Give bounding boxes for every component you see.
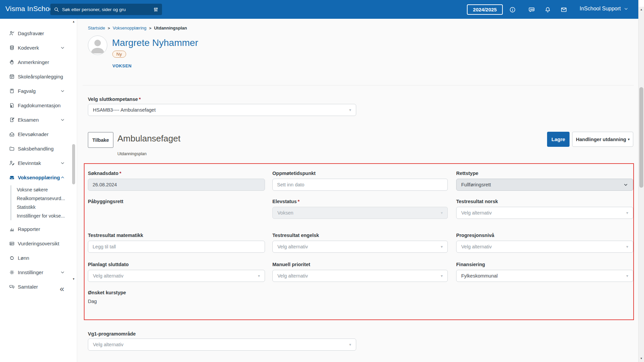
soknadsdato-input bbox=[88, 179, 265, 191]
sidebar-item-anmerkninger[interactable]: Anmerkninger bbox=[0, 55, 77, 69]
sidebar-item-fagdokumentasjon[interactable]: Fagdokumentasjon bbox=[0, 98, 77, 113]
sidebar-item-elevinntak[interactable]: Elevinntak bbox=[0, 156, 77, 170]
dropdown-caret-icon: ▾ bbox=[441, 274, 443, 278]
testresultat-matematikk-input[interactable] bbox=[88, 241, 265, 253]
global-search[interactable]: Søk etter personer, sider og gru bbox=[50, 4, 162, 15]
sidebar-subitem-innstillinger-voksne[interactable]: Innstillinger for vokse... bbox=[17, 212, 77, 220]
notifications-button[interactable] bbox=[543, 5, 552, 14]
dropdown-caret-icon: ▾ bbox=[349, 108, 351, 112]
folder-icon bbox=[9, 146, 15, 152]
manuell-prioritet-select[interactable]: Velg alternativ ▾ bbox=[272, 270, 448, 282]
sidebar-item-elevsoknader[interactable]: Elevsøknader bbox=[0, 127, 77, 141]
status-badge: Ny bbox=[112, 51, 126, 58]
app-logo[interactable]: Visma InSchool bbox=[5, 5, 55, 13]
field-progresjonsniva: Progresjonsnivå Velg alternativ ▾ bbox=[456, 233, 633, 253]
sidebar-item-label: Eksamen bbox=[18, 117, 39, 123]
scroll-up-arrow[interactable]: ▲ bbox=[71, 20, 76, 23]
sidebar-item-fagvalg[interactable]: Fagvalg bbox=[0, 84, 77, 98]
filter-sliders-icon[interactable] bbox=[153, 7, 159, 12]
sidebar-item-kodeverk[interactable]: Kodeverk bbox=[0, 41, 77, 55]
search-icon bbox=[54, 7, 59, 12]
sidebar-item-eksamen[interactable]: Eksamen bbox=[0, 113, 77, 127]
sidebar-item-label: Anmerkninger bbox=[18, 59, 49, 65]
vg1-select[interactable]: Velg alternativ ▾ bbox=[88, 339, 356, 351]
sidebar-scrollbar-thumb[interactable] bbox=[72, 144, 75, 184]
sidebar-item-samtaler[interactable]: Samtaler bbox=[0, 280, 77, 294]
sidebar-item-label: Elevsøknader bbox=[18, 131, 49, 137]
sidebar-item-lonn[interactable]: Lønn bbox=[0, 251, 77, 265]
field-onsket-kurstype: Ønsket kurstype Dag bbox=[88, 290, 265, 304]
sidebar-item-dagsfravaer[interactable]: Dagsfravær bbox=[0, 26, 77, 41]
bell-icon bbox=[544, 6, 551, 13]
info-button[interactable] bbox=[508, 5, 517, 14]
book-icon bbox=[9, 88, 15, 94]
breadcrumb: Startside > Voksenopplæring > Utdannings… bbox=[88, 25, 187, 31]
sidebar-item-label: Skoleårsplanlegging bbox=[18, 74, 63, 79]
calendar-icon bbox=[9, 74, 15, 80]
dropdown-caret-icon: ▾ bbox=[626, 274, 628, 278]
hand-icon bbox=[9, 59, 15, 65]
planlagt-sluttdato-select[interactable]: Velg alternativ ▾ bbox=[88, 270, 265, 282]
sluttkompetanse-select[interactable]: HSAMB3---- Ambulansefaget ▾ bbox=[88, 104, 356, 116]
window-scrollbar-thumb[interactable] bbox=[639, 87, 643, 188]
onsket-kurstype-value: Dag bbox=[88, 299, 265, 304]
sidebar-item-saksbehandling[interactable]: Saksbehandling bbox=[0, 141, 77, 156]
school-year-button[interactable]: 2024/2025 bbox=[467, 4, 503, 15]
field-rettstype: Rettstype Fullføringsrett bbox=[456, 171, 633, 191]
window-scrollbar[interactable]: ▲ ▼ bbox=[638, 0, 644, 362]
sidebar-item-skolearsplanlegging[interactable]: Skoleårsplanlegging bbox=[0, 69, 77, 84]
sidebar-subitem-realkompetansevurdering[interactable]: Realkompetansevurd... bbox=[17, 194, 77, 203]
dropdown-caret-icon bbox=[623, 182, 628, 187]
sidebar-item-label: Elevinntak bbox=[18, 160, 41, 166]
breadcrumb-startside[interactable]: Startside bbox=[88, 25, 105, 31]
sms-icon: SMS bbox=[528, 6, 535, 13]
field-testresultat-norsk: Testresultat norsk Velg alternativ ▾ bbox=[456, 199, 633, 219]
plan-title: Ambulansefaget bbox=[117, 133, 180, 144]
breadcrumb-voksenopplaering[interactable]: Voksenopplæring bbox=[113, 25, 146, 31]
rettstype-select[interactable]: Fullføringsrett bbox=[456, 179, 633, 191]
testresultat-norsk-select[interactable]: Velg alternativ ▾ bbox=[456, 207, 633, 219]
sidebar-subitem-voksne-sokere[interactable]: Voksne søkere bbox=[17, 185, 77, 194]
sidebar-item-label: Dagsfravær bbox=[18, 31, 44, 36]
sidebar-subitem-statistikk[interactable]: Statistikk bbox=[17, 203, 77, 212]
back-button[interactable]: Tilbake bbox=[88, 132, 113, 148]
progresjonsniva-select[interactable]: Velg alternativ ▾ bbox=[456, 241, 633, 253]
sidebar-collapse-button[interactable]: « bbox=[60, 285, 64, 293]
sidebar-item-rapporter[interactable]: Rapporter bbox=[0, 222, 77, 236]
user-menu-label: InSchool Support bbox=[580, 6, 621, 12]
database-icon bbox=[9, 45, 15, 51]
oppmotetidspunkt-input[interactable] bbox=[272, 179, 448, 191]
testresultat-engelsk-select[interactable]: Velg alternativ ▾ bbox=[272, 241, 448, 253]
sidebar-item-label: Rapporter bbox=[18, 226, 40, 232]
person-silhouette-icon bbox=[88, 36, 107, 55]
sidebar-item-label: Vurderingsoversikt bbox=[18, 241, 59, 246]
field-oppmotetidspunkt: Oppmøtetidspunkt bbox=[272, 171, 448, 191]
person-card-icon bbox=[9, 241, 15, 247]
finansiering-select[interactable]: Fylkeskommunal ▾ bbox=[456, 270, 633, 282]
page: Visma InSchool Søk etter personer, sider… bbox=[0, 0, 644, 362]
sidebar-item-vurderingsoversikt[interactable]: Vurderingsoversikt bbox=[0, 236, 77, 251]
actions-dropdown-button[interactable]: Handlinger utdanning ▾ bbox=[572, 132, 633, 147]
breadcrumb-separator: > bbox=[108, 26, 110, 30]
chat-icon bbox=[9, 284, 15, 290]
sidebar-item-innstillinger[interactable]: Innstillinger bbox=[0, 265, 77, 280]
sidebar: Dagsfravær Kodeverk Anmerkninger Skoleår… bbox=[0, 19, 77, 362]
breadcrumb-separator: > bbox=[149, 26, 152, 30]
scroll-down-arrow[interactable]: ▼ bbox=[639, 357, 644, 360]
dropdown-caret-icon: ▾ bbox=[628, 137, 630, 141]
chevron-down-icon bbox=[624, 6, 629, 11]
sidebar-item-label: Lønn bbox=[18, 255, 29, 261]
envelope-icon bbox=[560, 6, 567, 13]
dropdown-caret-icon: ▾ bbox=[626, 210, 628, 215]
elevstatus-select: Voksen ▾ bbox=[272, 207, 448, 219]
messages-button[interactable] bbox=[559, 5, 568, 14]
scroll-down-arrow[interactable]: ▼ bbox=[71, 278, 76, 281]
scroll-up-arrow[interactable]: ▲ bbox=[639, 8, 644, 11]
field-elevstatus: Elevstatus* Voksen ▾ bbox=[272, 199, 448, 219]
user-menu[interactable]: InSchool Support bbox=[580, 6, 629, 12]
sidebar-item-voksenopplaering[interactable]: Voksenopplæring bbox=[0, 170, 77, 185]
save-button[interactable]: Lagre bbox=[547, 132, 570, 147]
sidebar-scrollbar[interactable]: ▲ ▼ bbox=[71, 19, 76, 285]
sms-button[interactable]: SMS bbox=[527, 5, 536, 14]
sidebar-item-label: Samtaler bbox=[18, 284, 38, 290]
